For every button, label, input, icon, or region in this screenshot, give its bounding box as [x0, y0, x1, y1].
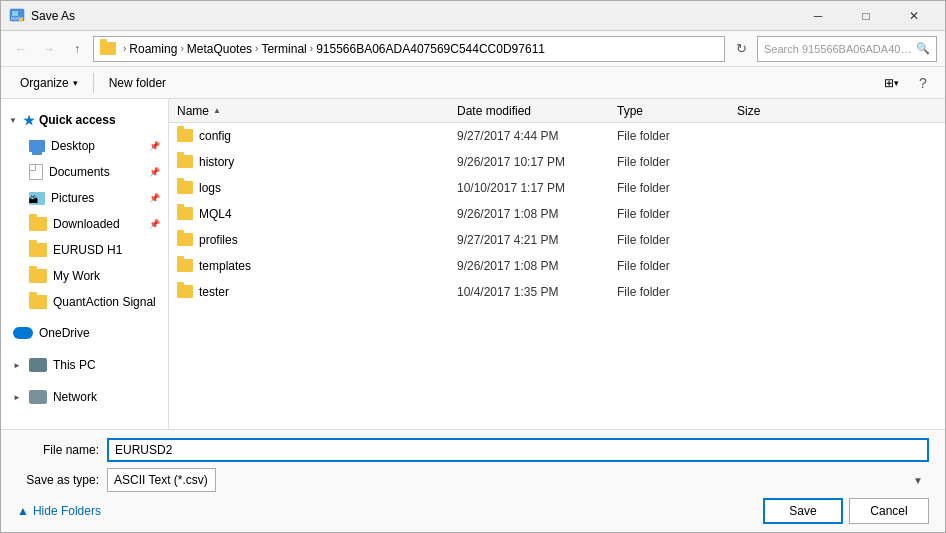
main-content: ▼ ★ Quick access Desktop 📌 Documents 📌 P… [1, 99, 945, 429]
bottom-bar: File name: Save as type: ASCII Text (*.c… [1, 429, 945, 532]
folder-icon [177, 155, 193, 168]
sidebar-item-desktop[interactable]: Desktop 📌 [1, 133, 168, 159]
file-list: Name ▲ Date modified Type Size config 9/… [169, 99, 945, 429]
pin-icon: 📌 [149, 167, 160, 177]
file-name: config [199, 129, 231, 143]
maximize-button[interactable]: □ [843, 1, 889, 31]
file-type: File folder [617, 285, 737, 299]
onedrive-icon [13, 327, 33, 339]
documents-label: Documents [49, 165, 110, 179]
file-type: File folder [617, 155, 737, 169]
back-button[interactable]: ← [9, 37, 33, 61]
breadcrumb-id[interactable]: 915566BA06ADA407569C544CC0D97611 [316, 42, 545, 56]
file-date: 9/27/2017 4:44 PM [457, 129, 617, 143]
table-row[interactable]: MQL4 9/26/2017 1:08 PM File folder [169, 201, 945, 227]
dialog-title: Save As [31, 9, 795, 23]
folder-icon [177, 285, 193, 298]
network-label: Network [53, 390, 97, 404]
chevron-right-icon: ► [13, 361, 21, 370]
sidebar-item-thispc[interactable]: ► This PC [1, 351, 168, 379]
minimize-button[interactable]: ─ [795, 1, 841, 31]
savetype-row: Save as type: ASCII Text (*.csv) ▼ [17, 468, 929, 492]
column-date[interactable]: Date modified [457, 104, 617, 118]
save-label: Save [789, 504, 816, 518]
savetype-label: Save as type: [17, 473, 107, 487]
table-row[interactable]: templates 9/26/2017 1:08 PM File folder [169, 253, 945, 279]
onedrive-section: OneDrive [1, 319, 168, 347]
sidebar-item-onedrive[interactable]: OneDrive [1, 319, 168, 347]
desktop-label: Desktop [51, 139, 95, 153]
table-row[interactable]: tester 10/4/2017 1:35 PM File folder [169, 279, 945, 305]
documents-icon [29, 164, 43, 180]
table-row[interactable]: history 9/26/2017 10:17 PM File folder [169, 149, 945, 175]
file-date: 10/10/2017 1:17 PM [457, 181, 617, 195]
address-bar: ← → ↑ › Roaming › MetaQuotes › Terminal … [1, 31, 945, 67]
sidebar-item-eurusd[interactable]: EURUSD H1 [1, 237, 168, 263]
onedrive-label: OneDrive [39, 326, 90, 340]
table-row[interactable]: profiles 9/27/2017 4:21 PM File folder [169, 227, 945, 253]
organize-button[interactable]: Organize ▾ [9, 69, 89, 97]
button-row: ▲ Hide Folders Save Cancel [17, 498, 929, 524]
filename-input[interactable] [107, 438, 929, 462]
file-date: 10/4/2017 1:35 PM [457, 285, 617, 299]
savetype-select[interactable]: ASCII Text (*.csv) [107, 468, 216, 492]
file-rows-container: config 9/27/2017 4:44 PM File folder his… [169, 123, 945, 305]
forward-button[interactable]: → [37, 37, 61, 61]
search-placeholder: Search 915566BA06ADA4075... [764, 43, 914, 55]
up-button[interactable]: ↑ [65, 37, 89, 61]
select-arrow-icon: ▼ [913, 475, 923, 486]
breadcrumb-metaquotes[interactable]: MetaQuotes [187, 42, 252, 56]
sidebar-item-downloaded[interactable]: Downloaded 📌 [1, 211, 168, 237]
breadcrumb-roaming[interactable]: Roaming [129, 42, 177, 56]
close-button[interactable]: ✕ [891, 1, 937, 31]
save-button[interactable]: Save [763, 498, 843, 524]
eurusd-icon [29, 243, 47, 257]
folder-icon [177, 207, 193, 220]
column-type[interactable]: Type [617, 104, 737, 118]
sidebar-item-quantaction[interactable]: QuantAction Signal [1, 289, 168, 315]
file-type: File folder [617, 129, 737, 143]
pin-icon: 📌 [149, 219, 160, 229]
folder-icon [177, 181, 193, 194]
file-date: 9/26/2017 1:08 PM [457, 207, 617, 221]
search-box[interactable]: Search 915566BA06ADA4075... 🔍 [757, 36, 937, 62]
sort-arrow-icon: ▲ [213, 106, 221, 115]
sidebar-item-network[interactable]: ► Network [1, 383, 168, 411]
pictures-label: Pictures [51, 191, 94, 205]
quick-access-header[interactable]: ▼ ★ Quick access [1, 107, 168, 133]
folder-icon [177, 129, 193, 142]
column-size[interactable]: Size [737, 104, 817, 118]
file-type: File folder [617, 259, 737, 273]
table-row[interactable]: config 9/27/2017 4:44 PM File folder [169, 123, 945, 149]
breadcrumb[interactable]: › Roaming › MetaQuotes › Terminal › 9155… [93, 36, 725, 62]
file-date: 9/26/2017 10:17 PM [457, 155, 617, 169]
cancel-button[interactable]: Cancel [849, 498, 929, 524]
file-date: 9/27/2017 4:21 PM [457, 233, 617, 247]
chevron-right-icon: ► [13, 393, 21, 402]
file-name: tester [199, 285, 229, 299]
sidebar-item-mywork[interactable]: My Work [1, 263, 168, 289]
view-arrow: ▾ [894, 78, 899, 88]
organize-label: Organize [20, 76, 69, 90]
refresh-button[interactable]: ↻ [729, 37, 753, 61]
downloaded-label: Downloaded [53, 217, 120, 231]
sidebar-item-pictures[interactable]: Pictures 📌 [1, 185, 168, 211]
chevron-down-icon: ▼ [9, 116, 17, 125]
sidebar-item-documents[interactable]: Documents 📌 [1, 159, 168, 185]
file-name: MQL4 [199, 207, 232, 221]
pin-icon: 📌 [149, 193, 160, 203]
file-name: templates [199, 259, 251, 273]
folder-icon [177, 233, 193, 246]
column-name[interactable]: Name ▲ [177, 104, 457, 118]
view-button[interactable]: ⊞ ▾ [875, 69, 907, 97]
breadcrumb-terminal[interactable]: Terminal [261, 42, 306, 56]
help-button[interactable]: ? [909, 69, 937, 97]
file-type: File folder [617, 181, 737, 195]
cancel-label: Cancel [870, 504, 907, 518]
eurusd-label: EURUSD H1 [53, 243, 122, 257]
new-folder-button[interactable]: New folder [98, 69, 177, 97]
chevron-up-icon: ▲ [17, 504, 29, 518]
table-row[interactable]: logs 10/10/2017 1:17 PM File folder [169, 175, 945, 201]
file-name: history [199, 155, 234, 169]
hide-folders-button[interactable]: ▲ Hide Folders [17, 504, 101, 518]
